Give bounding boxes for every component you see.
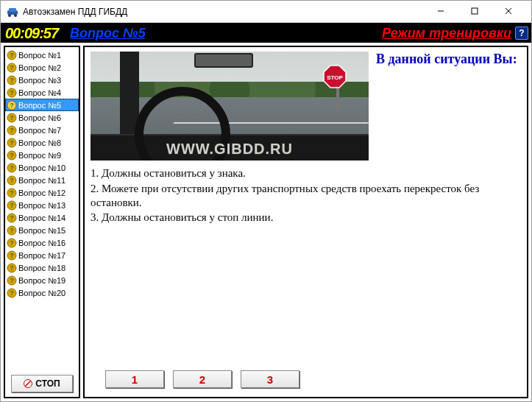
scene-image: STOP WWW.GIBDD.RU <box>91 52 369 161</box>
question-list-label: Вопрос №4 <box>18 88 61 97</box>
question-status-icon: ? <box>7 250 17 261</box>
question-status-icon: ? <box>7 200 17 211</box>
question-status-icon: ? <box>7 238 17 248</box>
question-status-icon: ? <box>7 100 17 110</box>
app-icon <box>7 6 18 18</box>
question-status-icon: ? <box>7 75 17 85</box>
question-status-icon: ? <box>7 88 17 98</box>
answer-button-2[interactable]: 2 <box>173 370 232 388</box>
svg-text:?: ? <box>10 189 14 197</box>
question-status-icon: ? <box>7 163 17 173</box>
question-list-item[interactable]: ?Вопрос №2 <box>5 61 79 74</box>
question-list-label: Вопрос №11 <box>18 176 65 185</box>
svg-text:?: ? <box>10 64 14 71</box>
svg-text:?: ? <box>10 264 14 272</box>
question-list-item[interactable]: ?Вопрос №6 <box>5 111 79 124</box>
svg-text:?: ? <box>10 289 14 297</box>
timer: 00:09:57 <box>4 26 60 40</box>
main-panel: STOP WWW.GIBDD.RU В данной ситуации Вы: … <box>83 46 528 398</box>
question-list-item[interactable]: ?Вопрос №20 <box>5 286 79 299</box>
question-status-icon: ? <box>7 125 17 135</box>
app-window: Автоэкзамен ПДД ГИБДД 00:09:57 Вопрос №5… <box>0 0 532 402</box>
question-list-item[interactable]: ?Вопрос №1 <box>5 49 79 61</box>
sidebar: ?Вопрос №1?Вопрос №2?Вопрос №3?Вопрос №4… <box>4 46 80 398</box>
question-list-item[interactable]: ?Вопрос №5 <box>5 99 79 111</box>
question-list-label: Вопрос №17 <box>18 251 65 260</box>
body: ?Вопрос №1?Вопрос №2?Вопрос №3?Вопрос №4… <box>1 43 531 401</box>
question-status-icon: ? <box>7 175 17 186</box>
svg-text:?: ? <box>10 52 14 59</box>
question-status-icon: ? <box>7 150 17 161</box>
question-list-item[interactable]: ?Вопрос №3 <box>5 74 79 86</box>
question-list-label: Вопрос №10 <box>18 163 65 172</box>
question-list-label: Вопрос №18 <box>18 264 65 272</box>
question-list-label: Вопрос №14 <box>18 214 65 222</box>
window-controls <box>424 1 525 22</box>
question-status-icon: ? <box>7 213 17 223</box>
svg-text:?: ? <box>10 139 14 147</box>
close-button[interactable] <box>492 0 525 22</box>
svg-text:?: ? <box>10 114 14 121</box>
question-list-item[interactable]: ?Вопрос №17 <box>5 249 79 261</box>
svg-text:?: ? <box>10 214 14 222</box>
answer-button-1[interactable]: 1 <box>105 370 164 388</box>
question-list-label: Вопрос №15 <box>18 226 65 235</box>
question-status-icon: ? <box>7 225 17 236</box>
svg-text:?: ? <box>10 89 14 96</box>
question-list-item[interactable]: ?Вопрос №9 <box>5 149 79 161</box>
question-list-label: Вопрос №16 <box>18 239 65 247</box>
svg-text:?: ? <box>10 202 14 209</box>
stop-sign-icon: STOP <box>323 65 347 88</box>
question-list-label: Вопрос №7 <box>18 126 61 135</box>
question-status-icon: ? <box>7 50 17 60</box>
question-status-icon: ? <box>7 63 17 73</box>
question-status-icon: ? <box>7 113 17 123</box>
minimize-button[interactable] <box>424 0 458 22</box>
svg-text:?: ? <box>10 77 14 84</box>
titlebar: Автоэкзамен ПДД ГИБДД <box>1 1 531 23</box>
current-question-link[interactable]: Вопрос №5 <box>70 27 146 40</box>
question-list-label: Вопрос №20 <box>18 289 65 297</box>
svg-point-3 <box>14 14 17 17</box>
svg-rect-5 <box>472 8 478 14</box>
question-status-icon: ? <box>7 275 17 286</box>
question-list-item[interactable]: ?Вопрос №14 <box>5 211 79 224</box>
svg-point-2 <box>8 14 11 17</box>
question-list-item[interactable]: ?Вопрос №10 <box>5 161 79 174</box>
question-list-item[interactable]: ?Вопрос №15 <box>5 224 79 236</box>
maximize-button[interactable] <box>458 0 492 22</box>
question-list-label: Вопрос №19 <box>18 276 65 285</box>
question-status-icon: ? <box>7 138 17 148</box>
question-list-label: Вопрос №13 <box>18 201 65 210</box>
question-list-item[interactable]: ?Вопрос №16 <box>5 236 79 249</box>
topbar: 00:09:57 Вопрос №5 Режим тренировки ? <box>1 23 531 43</box>
svg-text:?: ? <box>10 102 14 109</box>
svg-text:?: ? <box>10 227 14 234</box>
stop-button[interactable]: СТОП <box>11 375 73 392</box>
question-list-item[interactable]: ?Вопрос №13 <box>5 199 79 211</box>
question-list-label: Вопрос №3 <box>18 76 61 85</box>
question-status-icon: ? <box>7 188 17 198</box>
stop-icon <box>24 379 32 388</box>
question-list-item[interactable]: ?Вопрос №19 <box>5 274 79 286</box>
answer-text: 3. Должны остановиться у стоп линии. <box>91 211 521 225</box>
help-button[interactable]: ? <box>515 27 528 40</box>
question-list-label: Вопрос №5 <box>18 101 61 110</box>
mode-link[interactable]: Режим тренировки <box>382 27 511 40</box>
question-list-label: Вопрос №9 <box>18 151 61 160</box>
question-list-item[interactable]: ?Вопрос №4 <box>5 86 79 99</box>
answer-button-3[interactable]: 3 <box>241 370 299 388</box>
question-list-item[interactable]: ?Вопрос №18 <box>5 261 79 274</box>
stop-label: СТОП <box>35 378 60 389</box>
svg-text:?: ? <box>10 252 14 259</box>
question-list-item[interactable]: ?Вопрос №12 <box>5 186 79 199</box>
question-list-label: Вопрос №12 <box>18 188 65 197</box>
question-list-item[interactable]: ?Вопрос №8 <box>5 136 79 149</box>
question-list-item[interactable]: ?Вопрос №7 <box>5 124 79 136</box>
question-list-label: Вопрос №2 <box>18 63 61 72</box>
svg-text:?: ? <box>10 152 14 159</box>
window-title: Автоэкзамен ПДД ГИБДД <box>23 7 424 17</box>
svg-text:?: ? <box>10 177 14 184</box>
question-list-label: Вопрос №6 <box>18 113 61 122</box>
question-list-item[interactable]: ?Вопрос №11 <box>5 174 79 186</box>
